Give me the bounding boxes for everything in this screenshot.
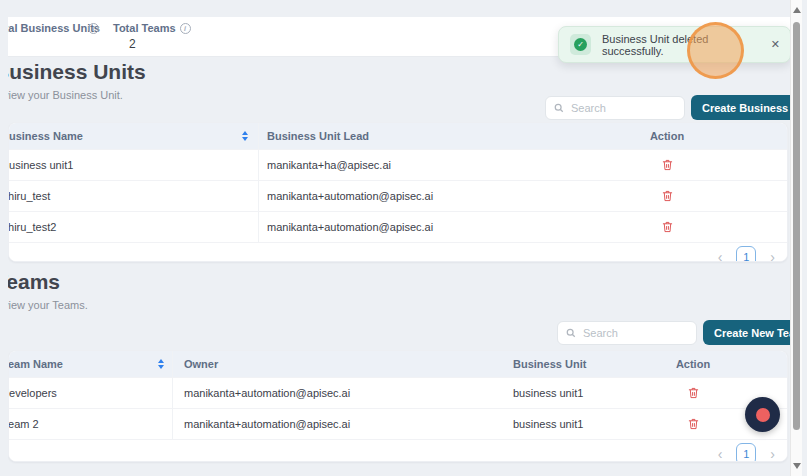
business-unit-lead: manikanta+automation@apisec.ai xyxy=(267,190,433,202)
pagination-prev[interactable]: ‹ xyxy=(718,250,723,262)
toast-close-button[interactable]: ✕ xyxy=(771,39,780,50)
business-units-search[interactable] xyxy=(545,96,685,120)
record-dot-icon xyxy=(756,408,770,422)
pagination-next[interactable]: › xyxy=(770,250,775,262)
create-new-team-button[interactable]: Create New Team xyxy=(703,320,790,345)
delete-business-unit-button[interactable] xyxy=(662,190,673,202)
business-units-header: Business Units view your Business Unit. xyxy=(8,60,146,101)
pagination-page-1[interactable]: 1 xyxy=(736,443,756,462)
table-row: thiru_test2 manikanta+automation@apisec.… xyxy=(9,211,787,242)
teams-table: Team Name Owner Business Unit Action dev… xyxy=(8,350,788,462)
delete-team-button[interactable] xyxy=(688,418,699,430)
delete-business-unit-button[interactable] xyxy=(662,159,673,171)
team-owner: manikanta+automation@apisec.ai xyxy=(184,418,350,430)
trash-icon xyxy=(662,221,673,233)
trash-icon xyxy=(662,159,673,171)
trash-icon xyxy=(688,418,699,430)
page-content: Total Business Units i Total Teams i 2 M… xyxy=(8,0,790,476)
stat-total-business-units-label: Total Business Units xyxy=(8,22,100,34)
sort-icon[interactable] xyxy=(158,359,164,369)
column-business-name[interactable]: Business Name xyxy=(9,130,83,142)
column-business-unit: Business Unit xyxy=(513,358,586,370)
business-unit-lead: manikanta+ha@apisec.ai xyxy=(267,159,391,171)
team-owner: manikanta+automation@apisec.ai xyxy=(184,387,350,399)
teams-table-header: Team Name Owner Business Unit Action xyxy=(9,351,787,377)
stat-total-teams-value: 2 xyxy=(129,37,191,51)
team-business-unit: business unit1 xyxy=(513,387,583,399)
teams-search[interactable] xyxy=(557,321,697,345)
stat-total-business-units: Total Business Units i xyxy=(8,22,99,34)
column-business-unit-lead: Business Unit Lead xyxy=(267,130,369,142)
teams-search-input[interactable] xyxy=(581,326,675,340)
table-row: developers manikanta+automation@apisec.a… xyxy=(9,377,787,408)
business-unit-name: thiru_test2 xyxy=(9,221,56,233)
sort-icon[interactable] xyxy=(242,131,248,141)
column-action: Action xyxy=(676,358,710,370)
business-units-title: Business Units xyxy=(8,60,146,84)
pagination-page-1[interactable]: 1 xyxy=(736,246,756,262)
business-units-table: Business Name Business Unit Lead Action … xyxy=(8,122,788,262)
trash-icon xyxy=(662,190,673,202)
search-icon xyxy=(554,103,564,113)
toast-message: Business Unit deleted successfully. xyxy=(602,33,771,57)
scroll-up-arrow-icon[interactable] xyxy=(793,7,801,13)
business-unit-name: business unit1 xyxy=(9,159,73,171)
stat-total-teams: Total Teams i 2 xyxy=(113,22,191,51)
teams-header: Teams view your Teams. xyxy=(8,270,88,311)
column-owner: Owner xyxy=(184,358,218,370)
stat-total-teams-label: Total Teams xyxy=(113,22,176,34)
teams-subtitle: view your Teams. xyxy=(8,299,88,311)
business-unit-lead: manikanta+automation@apisec.ai xyxy=(267,221,433,233)
scroll-down-arrow-icon[interactable] xyxy=(793,463,801,469)
team-name: developers xyxy=(9,387,57,399)
business-units-pagination: ‹ 1 › xyxy=(9,242,787,262)
column-team-name[interactable]: Team Name xyxy=(9,358,63,370)
vertical-scrollbar[interactable] xyxy=(790,0,802,476)
info-icon[interactable]: i xyxy=(180,23,191,34)
teams-pagination: ‹ 1 › xyxy=(9,439,787,462)
info-icon[interactable]: i xyxy=(88,23,99,34)
pagination-next[interactable]: › xyxy=(770,447,775,461)
delete-business-unit-button[interactable] xyxy=(662,221,673,233)
table-row: thiru_test manikanta+automation@apisec.a… xyxy=(9,180,787,211)
trash-icon xyxy=(688,387,699,399)
business-units-controls: Create Business Unit xyxy=(545,95,790,120)
search-icon xyxy=(566,328,576,338)
teams-title: Teams xyxy=(8,270,88,294)
team-name: team 2 xyxy=(9,418,39,430)
business-units-table-header: Business Name Business Unit Lead Action xyxy=(9,123,787,149)
record-fab-button[interactable] xyxy=(745,397,780,432)
business-units-search-input[interactable] xyxy=(569,101,663,115)
delete-team-button[interactable] xyxy=(688,387,699,399)
team-business-unit: business unit1 xyxy=(513,418,583,430)
column-action: Action xyxy=(650,130,684,142)
teams-controls: Create New Team xyxy=(557,320,790,345)
table-row: business unit1 manikanta+ha@apisec.ai xyxy=(9,149,787,180)
create-business-unit-button[interactable]: Create Business Unit xyxy=(691,95,790,120)
success-icon: ✓ xyxy=(570,34,591,55)
pagination-prev[interactable]: ‹ xyxy=(718,447,723,461)
business-unit-name: thiru_test xyxy=(9,190,50,202)
toast-notification: ✓ Business Unit deleted successfully. ✕ xyxy=(558,26,790,63)
table-row: team 2 manikanta+automation@apisec.ai bu… xyxy=(9,408,787,439)
business-units-subtitle: view your Business Unit. xyxy=(8,89,146,101)
scrollbar-thumb[interactable] xyxy=(793,22,800,430)
